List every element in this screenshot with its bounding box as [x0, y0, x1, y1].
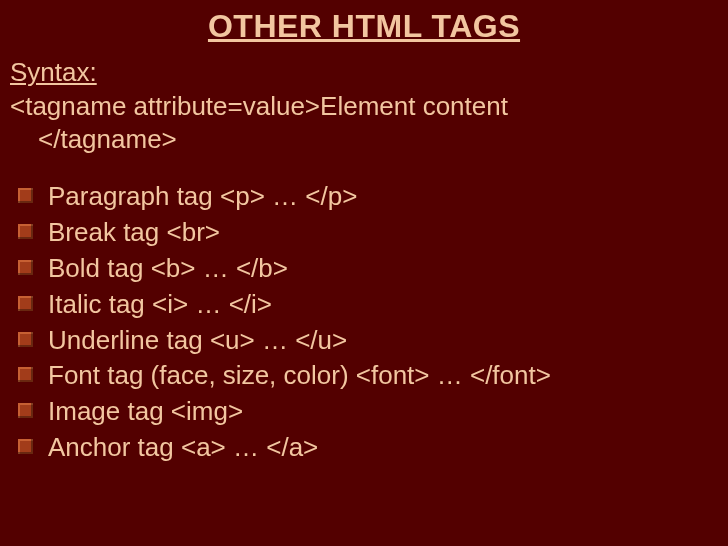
slide: OTHER HTML TAGS Syntax: <tagname attribu… [0, 0, 728, 546]
list-item: Paragraph tag <p> … </p> [14, 179, 718, 215]
slide-title: OTHER HTML TAGS [10, 8, 718, 45]
tag-list: Paragraph tag <p> … </p> Break tag <br> … [10, 179, 718, 466]
list-item-text: Image tag <img> [48, 396, 243, 426]
list-item: Break tag <br> [14, 215, 718, 251]
list-item-text: Break tag <br> [48, 217, 220, 247]
list-item-text: Bold tag <b> … </b> [48, 253, 288, 283]
syntax-line-2: </tagname> [10, 123, 177, 156]
list-item: Bold tag <b> … </b> [14, 251, 718, 287]
list-item: Image tag <img> [14, 394, 718, 430]
list-item: Underline tag <u> … </u> [14, 323, 718, 359]
list-item-text: Font tag (face, size, color) <font> … </… [48, 360, 551, 390]
list-item-text: Underline tag <u> … </u> [48, 325, 347, 355]
list-item: Font tag (face, size, color) <font> … </… [14, 358, 718, 394]
syntax-label: Syntax: [10, 57, 718, 88]
list-item-text: Anchor tag <a> … </a> [48, 432, 318, 462]
syntax-example: <tagname attribute=value>Element content… [10, 90, 718, 155]
list-item: Italic tag <i> … </i> [14, 287, 718, 323]
list-item-text: Italic tag <i> … </i> [48, 289, 272, 319]
list-item-text: Paragraph tag <p> … </p> [48, 181, 357, 211]
syntax-line-1: <tagname attribute=value>Element content [10, 91, 508, 121]
list-item: Anchor tag <a> … </a> [14, 430, 718, 466]
